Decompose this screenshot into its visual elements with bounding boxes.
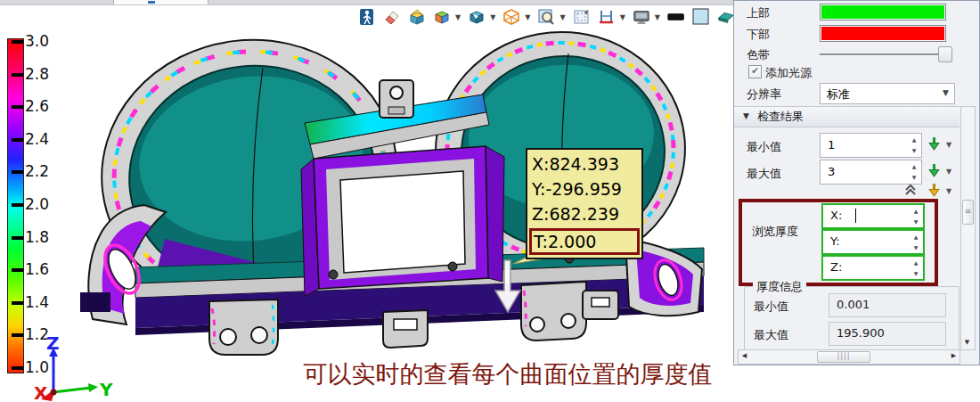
color-scale-label: 2.0 bbox=[25, 195, 49, 213]
scroll-down-icon[interactable]: ▼ bbox=[961, 337, 973, 349]
z-prefix: Z: bbox=[830, 260, 842, 274]
color-scale-label: 1.8 bbox=[25, 228, 49, 246]
browse-z-input[interactable]: Z: ▲▼ bbox=[821, 255, 925, 281]
browse-z-spinner[interactable]: ▲▼ bbox=[910, 258, 922, 279]
color-scale-label: 2.6 bbox=[25, 97, 49, 115]
color-scale-label: 2.4 bbox=[25, 130, 49, 148]
info-min-field: 0.001 bbox=[829, 293, 946, 317]
axis-z-label: Z bbox=[46, 337, 60, 354]
wireframe-box-icon[interactable] bbox=[502, 8, 520, 26]
browse-x-input[interactable]: X: ▲▼ bbox=[821, 203, 925, 229]
info-max-value: 195.900 bbox=[837, 326, 885, 340]
color-scale-tick bbox=[12, 138, 23, 142]
collapse-triangle-icon: ▼ bbox=[743, 111, 749, 120]
browse-y-input[interactable]: Y: ▲▼ bbox=[821, 229, 925, 255]
min-value-spinner[interactable]: ▲▼ bbox=[908, 135, 920, 156]
color-band-label: 色带 bbox=[747, 47, 770, 63]
blue-swatch-icon[interactable] bbox=[692, 8, 710, 26]
color-scale-tick bbox=[12, 236, 23, 240]
info-max-label: 最大值 bbox=[754, 327, 788, 343]
axis-x-label: X bbox=[34, 382, 48, 401]
wireframe-box-caret-icon[interactable]: ▼ bbox=[525, 13, 530, 21]
apply-browse-caret-icon[interactable]: ▼ bbox=[946, 187, 951, 195]
min-value-label: 最小值 bbox=[747, 139, 781, 155]
fit-window-icon[interactable] bbox=[573, 8, 591, 26]
check-results-section-header[interactable]: ▼ 检查结果 bbox=[734, 106, 960, 127]
color-scale-label: 2.2 bbox=[25, 162, 49, 180]
resolution-value: 标准 bbox=[827, 86, 850, 103]
y-prefix: Y: bbox=[830, 234, 840, 248]
scroll-left-icon[interactable]: ◀ bbox=[739, 350, 750, 362]
color-scale-label: 2.8 bbox=[25, 65, 49, 83]
min-value-input[interactable]: 1 ▲▼ bbox=[820, 133, 922, 158]
upper-color-swatch[interactable] bbox=[820, 4, 946, 21]
check-results-title: 检查结果 bbox=[757, 109, 804, 125]
color-scale-tick bbox=[12, 366, 23, 370]
min-value-text: 1 bbox=[828, 138, 835, 152]
settings-panel: 上部 下部 色带 ✔ 添加光源 分辨率 标准 ▼ ▼ 检查结果 最小值 1 ▲▼… bbox=[733, 0, 980, 365]
annotation-caption: 可以实时的查看每个曲面位置的厚度值 bbox=[294, 358, 722, 390]
max-value-label: 最大值 bbox=[747, 166, 781, 182]
scroll-right-icon[interactable]: ▶ bbox=[948, 350, 960, 362]
tooltip-z-value: Z:682.239 bbox=[532, 201, 637, 226]
section-cube-icon[interactable] bbox=[468, 8, 486, 26]
measure-width-icon[interactable] bbox=[598, 8, 616, 26]
add-light-checkbox[interactable]: ✔ bbox=[748, 65, 762, 78]
color-band-slider-track[interactable] bbox=[820, 53, 946, 56]
max-value-input[interactable]: 3 ▲▼ bbox=[820, 160, 922, 185]
collapse-chevrons-icon[interactable] bbox=[903, 183, 918, 197]
chevron-down-icon: ▼ bbox=[943, 88, 949, 97]
eraser-icon[interactable] bbox=[383, 8, 401, 26]
apply-min-icon[interactable] bbox=[927, 136, 942, 152]
section-cube-caret-icon[interactable]: ▼ bbox=[490, 13, 495, 21]
zoom-region-caret-icon[interactable]: ▼ bbox=[559, 13, 565, 21]
tooltip-y-value: Y:-296.959 bbox=[532, 176, 637, 201]
walkthrough-icon[interactable] bbox=[358, 8, 376, 26]
color-scale-tick bbox=[12, 40, 23, 44]
x-prefix: X: bbox=[830, 209, 842, 222]
browse-x-spinner[interactable]: ▲▼ bbox=[910, 206, 922, 227]
lower-color-label: 下部 bbox=[747, 27, 770, 43]
render-display-caret-icon[interactable]: ▼ bbox=[655, 13, 660, 21]
color-scale-label: 1.6 bbox=[25, 260, 49, 278]
vertical-scrollbar-grip[interactable]: ≡ bbox=[962, 200, 974, 225]
vertical-scrollbar[interactable]: ≡ ▼ bbox=[960, 106, 976, 350]
max-value-text: 3 bbox=[828, 165, 835, 178]
apply-min-caret-icon[interactable]: ▼ bbox=[946, 141, 951, 149]
color-band-slider-handle[interactable] bbox=[938, 46, 952, 62]
max-value-spinner[interactable]: ▲▼ bbox=[908, 161, 920, 183]
upper-color-label: 上部 bbox=[747, 5, 770, 21]
black-swatch-icon[interactable] bbox=[667, 8, 685, 26]
color-scale-tick bbox=[12, 333, 23, 337]
resolution-dropdown[interactable]: 标准 ▼ bbox=[820, 83, 955, 104]
tooltip-x-value: X:824.393 bbox=[532, 152, 637, 176]
color-scale-tick bbox=[12, 170, 23, 174]
zoom-region-icon[interactable] bbox=[537, 8, 555, 26]
active-tab[interactable] bbox=[113, 0, 208, 4]
color-scale-tick bbox=[12, 301, 23, 305]
horizontal-scrollbar[interactable]: ◀ |||| ▶ bbox=[738, 349, 960, 365]
info-min-label: 最小值 bbox=[754, 299, 788, 315]
lower-color-swatch[interactable] bbox=[820, 25, 946, 42]
text-cursor bbox=[855, 209, 856, 223]
surface-tool-icon[interactable] bbox=[717, 8, 735, 26]
color-scale-label: 3.0 bbox=[25, 32, 49, 50]
color-scale-tick bbox=[12, 105, 23, 109]
resolution-label: 分辨率 bbox=[747, 86, 781, 103]
color-cube-caret-icon[interactable]: ▼ bbox=[455, 13, 461, 21]
info-max-field: 195.900 bbox=[829, 322, 946, 346]
measure-width-caret-icon[interactable]: ▼ bbox=[620, 13, 625, 21]
add-light-label: 添加光源 bbox=[765, 65, 812, 81]
active-tab-marker bbox=[148, 1, 155, 4]
apply-max-icon[interactable] bbox=[927, 163, 942, 178]
apply-browse-icon[interactable] bbox=[927, 183, 942, 198]
tooltip-thickness-value: T:2.000 bbox=[529, 228, 640, 255]
render-display-icon[interactable] bbox=[633, 8, 650, 26]
color-scale-tick bbox=[12, 73, 23, 77]
thickness-info-title: 厚度信息 bbox=[753, 279, 806, 295]
apply-max-caret-icon[interactable]: ▼ bbox=[946, 168, 951, 176]
browse-y-spinner[interactable]: ▲▼ bbox=[910, 232, 922, 253]
color-cube-icon[interactable] bbox=[433, 8, 451, 26]
horizontal-scrollbar-grip[interactable]: |||| bbox=[817, 351, 870, 363]
open-box-icon[interactable] bbox=[408, 8, 426, 26]
